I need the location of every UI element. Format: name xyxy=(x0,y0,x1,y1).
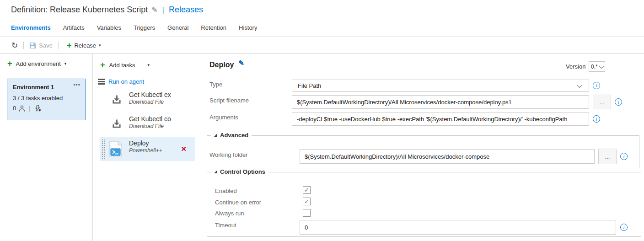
advanced-section-header[interactable]: Advanced xyxy=(211,132,252,139)
plus-icon: + xyxy=(7,59,12,68)
chevron-down-icon: ▾ xyxy=(99,43,101,48)
task-title: Deploy xyxy=(129,139,162,147)
drag-handle[interactable] xyxy=(102,139,105,159)
working-folder-label: Working folder xyxy=(209,151,248,158)
add-environment-button[interactable]: + Add environment ▾ xyxy=(7,59,66,68)
run-on-agent-group[interactable]: Run on agent xyxy=(98,78,144,85)
arguments-info-icon[interactable]: i xyxy=(593,115,600,123)
toolbar-separator xyxy=(23,42,24,49)
collapse-triangle-icon xyxy=(214,134,217,137)
working-folder-input[interactable] xyxy=(300,149,595,164)
task-item-get-kubectl-co[interactable]: Get Kubectl co Download File xyxy=(100,112,195,135)
always-run-label: Always run xyxy=(215,210,244,217)
control-options-section-header[interactable]: Control Options xyxy=(211,168,268,175)
delete-task-icon[interactable]: ✕ xyxy=(181,145,187,153)
type-label: Type xyxy=(209,81,222,88)
toolbar-separator xyxy=(58,42,59,49)
always-run-checkbox[interactable]: ✓ xyxy=(303,209,311,217)
environment-card[interactable]: Environment 1 ••• 3 / 3 tasks enabled 0 … xyxy=(7,79,86,120)
approver-count: 0 xyxy=(13,105,16,112)
tab-history[interactable]: History xyxy=(239,24,257,34)
continue-on-error-checkbox[interactable]: ✓ xyxy=(303,198,311,205)
arguments-label: Arguments xyxy=(209,114,238,121)
rename-task-icon[interactable]: ✎ xyxy=(238,59,244,67)
run-on-agent-label: Run on agent xyxy=(108,78,144,85)
type-select[interactable]: File Path xyxy=(292,80,589,92)
panel-divider xyxy=(92,54,93,241)
enabled-label: Enabled xyxy=(215,187,237,194)
tab-variables[interactable]: Variables xyxy=(97,24,121,34)
continue-on-error-label: Continue on error xyxy=(215,199,261,206)
task-detail-name: Deploy xyxy=(209,61,234,69)
panel-divider xyxy=(196,54,196,241)
collapse-triangle-icon xyxy=(214,170,217,173)
timeout-input[interactable] xyxy=(300,220,616,235)
save-button[interactable]: Save xyxy=(29,42,53,49)
check-icon: ✓ xyxy=(304,187,309,193)
version-label: Version xyxy=(566,63,585,70)
agent-phase-icon xyxy=(98,79,105,85)
chevron-down-icon xyxy=(599,63,604,68)
releases-link[interactable]: Releases xyxy=(169,5,203,15)
powershell-task-icon xyxy=(109,141,123,157)
chevron-down-icon[interactable]: ▾ xyxy=(148,63,150,67)
release-label: Release xyxy=(74,42,96,49)
timeout-info-icon[interactable]: i xyxy=(620,224,628,231)
browse-script-button[interactable]: ... xyxy=(593,95,611,109)
toolbar-divider xyxy=(0,54,644,54)
arguments-input[interactable] xyxy=(292,112,589,126)
environment-task-summary: 3 / 3 tasks enabled xyxy=(7,91,85,102)
download-file-icon xyxy=(112,119,122,129)
tabbar-divider xyxy=(0,36,644,37)
download-file-icon xyxy=(112,95,122,104)
task-detail-title: Deploy ✎ xyxy=(209,61,244,69)
release-definition-editor: Definition: Release Kubernetes Script ✎ … xyxy=(0,0,644,241)
button-divider xyxy=(142,59,142,70)
chevron-down-icon: ▾ xyxy=(64,61,67,66)
version-select[interactable]: 0.* xyxy=(589,61,605,72)
timeout-label: Timeout xyxy=(215,222,236,229)
page-title: Definition: Release Kubernetes Script ✎ … xyxy=(11,5,203,15)
task-type: Download File xyxy=(129,99,171,105)
tab-triggers[interactable]: Triggers xyxy=(134,24,155,34)
release-button[interactable]: + Release ▾ xyxy=(67,41,101,49)
refresh-icon[interactable]: ↻ xyxy=(11,42,18,49)
enabled-checkbox[interactable]: ✓ xyxy=(303,186,311,194)
script-filename-label: Script filename xyxy=(209,97,249,104)
person-icon[interactable] xyxy=(19,105,25,112)
task-type: Download File xyxy=(129,123,171,129)
definition-title: Definition: Release Kubernetes Script xyxy=(11,5,148,15)
icon-separator: | xyxy=(29,105,30,112)
task-item-deploy[interactable]: Deploy Powershell++ ✕ xyxy=(100,137,195,161)
script-filename-input[interactable] xyxy=(292,95,589,109)
tab-environments[interactable]: Environments xyxy=(11,24,51,34)
plus-icon: + xyxy=(67,41,72,49)
check-icon: ✓ xyxy=(304,198,309,204)
browse-working-folder-button[interactable]: ... xyxy=(598,149,617,164)
save-icon xyxy=(29,42,36,49)
ellipsis-menu-icon[interactable]: ••• xyxy=(73,84,80,87)
type-info-icon[interactable]: i xyxy=(593,82,600,89)
script-filename-info-icon[interactable]: i xyxy=(615,98,622,106)
plus-icon: + xyxy=(100,61,105,69)
task-title: Get Kubectl ex xyxy=(129,91,171,98)
working-folder-info-icon[interactable]: i xyxy=(620,153,628,160)
add-environment-label: Add environment xyxy=(16,60,61,67)
definition-tabbar: Environments Artifacts Variables Trigger… xyxy=(11,24,257,34)
add-tasks-button[interactable]: + Add tasks ▾ xyxy=(100,59,150,70)
tab-retention[interactable]: Retention xyxy=(201,24,226,34)
task-item-get-kubectl-ex[interactable]: Get Kubectl ex Download File xyxy=(100,88,195,111)
trigger-conditions-icon[interactable] xyxy=(34,105,41,112)
task-type: Powershell++ xyxy=(129,147,162,154)
save-label: Save xyxy=(39,42,53,49)
title-separator: | xyxy=(162,5,164,15)
chevron-down-icon xyxy=(577,82,582,87)
tab-general[interactable]: General xyxy=(167,24,188,34)
environment-name: Environment 1 xyxy=(13,84,54,91)
task-title: Get Kubectl co xyxy=(129,115,171,123)
toolbar: ↻ Save + Release ▾ xyxy=(11,39,101,52)
add-tasks-label: Add tasks xyxy=(109,62,135,69)
rename-definition-icon[interactable]: ✎ xyxy=(151,5,157,14)
tab-artifacts[interactable]: Artifacts xyxy=(63,24,85,34)
